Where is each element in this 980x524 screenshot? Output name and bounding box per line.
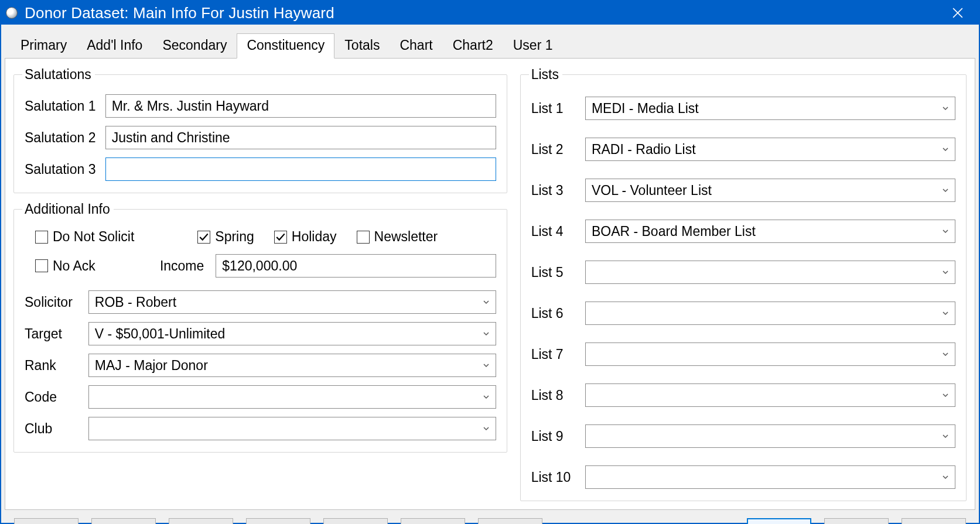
list-select-6[interactable] — [585, 302, 955, 325]
list-row: List 6 — [531, 302, 955, 325]
rank-select[interactable]: MAJ - Major Donor — [88, 354, 496, 377]
list-row: List 4BOAR - Board Member List — [531, 220, 955, 243]
tab-chart2[interactable]: Chart2 — [443, 33, 503, 58]
salutation1-input[interactable] — [105, 94, 496, 118]
checkbox-icon — [274, 231, 287, 244]
list-select-7[interactable] — [585, 343, 955, 366]
list-select-9[interactable] — [585, 424, 955, 448]
tab-secondary[interactable]: Secondary — [152, 33, 237, 58]
salutations-group: Salutations Salutation 1 Salutation 2 Sa… — [13, 67, 507, 193]
copy-button[interactable]: Copy — [401, 518, 465, 524]
income-input[interactable] — [216, 254, 496, 278]
target-select[interactable]: V - $50,001-Unlimited — [88, 322, 496, 345]
solicitor-label: Solicitor — [25, 294, 80, 310]
salutation3-label: Salutation 3 — [25, 162, 97, 177]
lists-group: Lists List 1MEDI - Media ListList 2RADI … — [520, 67, 967, 501]
tab-strip: Primary Add'l Info Secondary Constituenc… — [5, 33, 975, 58]
check-spring-label: Spring — [215, 229, 254, 245]
tab-primary[interactable]: Primary — [11, 33, 77, 58]
chevron-down-icon — [938, 310, 952, 317]
target-label: Target — [25, 326, 80, 342]
salutation3-input[interactable] — [105, 157, 496, 181]
list-value: VOL - Volunteer List — [592, 183, 712, 198]
chevron-down-icon — [938, 228, 952, 235]
ok-button[interactable]: OK — [747, 518, 811, 524]
list-row: List 2RADI - Radio List — [531, 138, 955, 161]
save-button[interactable]: Save — [902, 518, 966, 524]
window-title: Donor Dataset: Main Info For Justin Hayw… — [25, 4, 334, 22]
income-label: Income — [160, 258, 204, 274]
chevron-down-icon — [938, 269, 952, 276]
list-label: List 9 — [531, 429, 577, 444]
tab-panel: Salutations Salutation 1 Salutation 2 Sa… — [5, 58, 975, 510]
tab-totals[interactable]: Totals — [334, 33, 390, 58]
tab-chart[interactable]: Chart — [390, 33, 442, 58]
tab-constituency[interactable]: Constituency — [237, 33, 334, 59]
check-do-not-solicit[interactable]: Do Not Solicit — [35, 229, 134, 245]
list-row: List 1MEDI - Media List — [531, 97, 955, 120]
list-row: List 9 — [531, 424, 955, 448]
check-spring[interactable]: Spring — [197, 229, 254, 245]
close-icon — [952, 8, 963, 18]
next-button[interactable]: Next — [246, 518, 310, 524]
list-select-2[interactable]: RADI - Radio List — [585, 138, 955, 161]
list-label: List 7 — [531, 347, 577, 362]
list-select-3[interactable]: VOL - Volunteer List — [585, 179, 955, 202]
list-row: List 10 — [531, 465, 955, 489]
list-select-10[interactable] — [585, 465, 955, 489]
tab-user1[interactable]: User 1 — [503, 33, 563, 58]
check-newsletter-label: Newsletter — [374, 229, 438, 245]
chevron-down-icon — [938, 105, 952, 112]
list-label: List 6 — [531, 306, 577, 321]
list-select-4[interactable]: BOAR - Board Member List — [585, 220, 955, 243]
checkbox-icon — [357, 231, 370, 244]
rank-value: MAJ - Major Donor — [95, 358, 208, 374]
check-newsletter[interactable]: Newsletter — [357, 229, 438, 245]
close-button[interactable] — [941, 1, 974, 25]
add-button[interactable]: Add — [91, 518, 156, 524]
code-label: Code — [25, 389, 80, 405]
list-select-8[interactable] — [585, 383, 955, 407]
chevron-down-icon — [938, 433, 952, 440]
additional-info-legend: Additional Info — [22, 201, 114, 217]
code-select[interactable] — [88, 385, 496, 409]
checkbox-icon — [35, 231, 48, 244]
checkbox-icon — [197, 231, 210, 244]
list-label: List 1 — [531, 101, 577, 117]
chevron-down-icon — [938, 474, 952, 481]
salutations-legend: Salutations — [22, 67, 95, 83]
footer: Find Add Prev Next Top Copy Print OK Can… — [5, 510, 975, 524]
top-button[interactable]: Top — [323, 518, 388, 524]
club-select[interactable] — [88, 417, 496, 440]
check-do-not-solicit-label: Do Not Solicit — [53, 229, 134, 245]
rank-label: Rank — [25, 358, 80, 374]
chevron-down-icon — [479, 393, 493, 400]
chevron-down-icon — [938, 146, 952, 153]
check-holiday[interactable]: Holiday — [274, 229, 337, 245]
chevron-down-icon — [479, 299, 493, 306]
target-value: V - $50,001-Unlimited — [95, 326, 225, 342]
prev-button[interactable]: Prev — [169, 518, 233, 524]
list-select-1[interactable]: MEDI - Media List — [585, 97, 955, 120]
list-label: List 4 — [531, 224, 577, 239]
find-button[interactable]: Find — [14, 518, 78, 524]
cancel-button[interactable]: Cancel — [824, 518, 889, 524]
salutation1-label: Salutation 1 — [25, 98, 97, 114]
checkbox-icon — [35, 259, 48, 272]
salutation2-label: Salutation 2 — [25, 130, 97, 146]
list-value: MEDI - Media List — [592, 101, 699, 117]
title-bar: Donor Dataset: Main Info For Justin Hayw… — [1, 1, 979, 25]
list-value: BOAR - Board Member List — [592, 224, 756, 239]
list-label: List 3 — [531, 183, 577, 198]
solicitor-select[interactable]: ROB - Robert — [88, 290, 496, 314]
tab-addl-info[interactable]: Add'l Info — [77, 33, 152, 58]
client-area: Primary Add'l Info Secondary Constituenc… — [1, 25, 979, 524]
list-label: List 5 — [531, 265, 577, 280]
salutation2-input[interactable] — [105, 126, 496, 149]
list-select-5[interactable] — [585, 261, 955, 284]
check-no-ack[interactable]: No Ack — [35, 258, 95, 274]
print-button[interactable]: Print — [478, 518, 542, 524]
chevron-down-icon — [479, 330, 493, 337]
app-icon — [6, 7, 18, 19]
list-value: RADI - Radio List — [592, 142, 696, 157]
